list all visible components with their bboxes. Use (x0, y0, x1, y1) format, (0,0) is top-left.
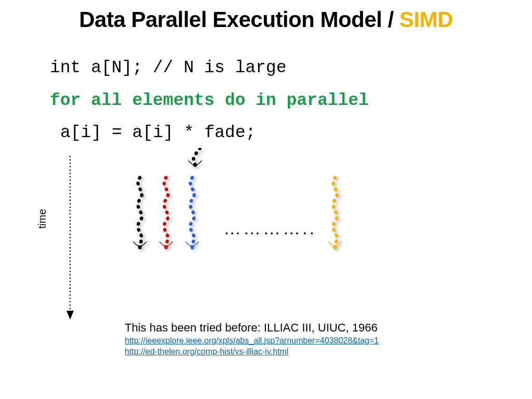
footnote-link-2[interactable]: http://ed-thelen.org/comp-hist/vs-illiac… (125, 347, 288, 356)
thread-squiggles (114, 148, 384, 262)
thread-squiggle-4 (328, 178, 342, 248)
thread-squiggle-2 (159, 178, 173, 248)
time-axis-arrow (65, 156, 81, 322)
svg-marker-1 (66, 311, 74, 320)
thread-squiggle-1 (133, 178, 147, 248)
leader-arrow (189, 148, 202, 167)
threads-ellipsis: ………….. (223, 218, 316, 238)
footnote: This has been tried before: ILLIAC III, … (125, 321, 379, 357)
code-line-3: a[i] = a[i] * fade; (50, 117, 369, 150)
code-block: int a[N]; // N is large for all elements… (50, 52, 369, 150)
code-line-2: for all elements do in parallel (50, 85, 369, 117)
title-simd: SIMD (400, 7, 453, 32)
thread-squiggle-3 (185, 178, 199, 248)
footnote-text: This has been tried before: ILLIAC III, … (125, 321, 379, 335)
footnote-link-1[interactable]: http://ieeexplore.ieee.org/xpls/abs_all.… (125, 336, 379, 345)
slide-title: Data Parallel Execution Model / SIMD (0, 7, 532, 32)
title-text: Data Parallel Execution Model / (79, 7, 400, 32)
time-axis-label: time (36, 209, 48, 229)
code-line-1: int a[N]; // N is large (50, 52, 369, 85)
